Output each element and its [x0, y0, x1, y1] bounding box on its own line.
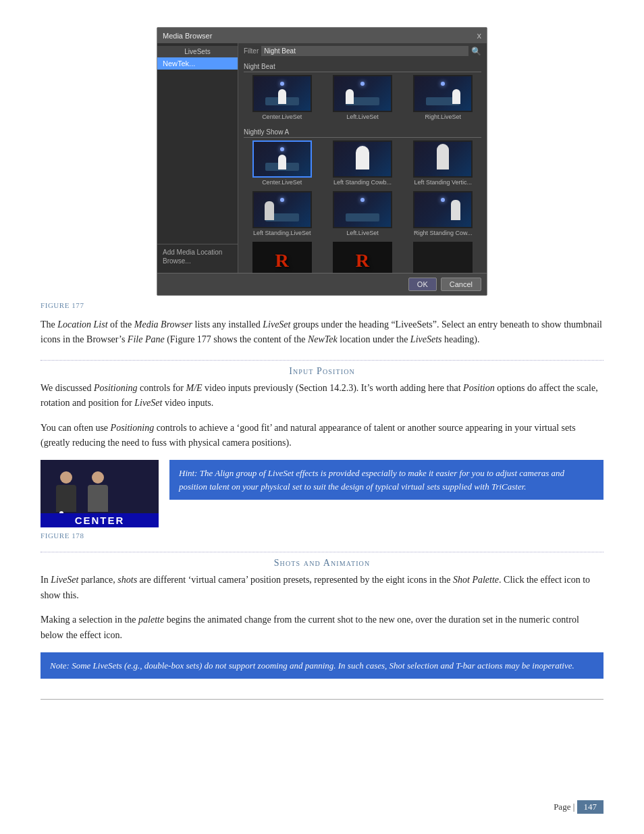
head — [92, 471, 104, 484]
filter-label: Filter — [244, 47, 259, 55]
sidebar-bottom: Add Media Location Browse... — [157, 244, 238, 270]
close-icon[interactable]: x — [477, 30, 482, 41]
hint-box: Hint: The Align group of LiveSet effects… — [169, 460, 603, 500]
nightly-show-grid-1: Center.LiveSet Left Standing Cowb... Lef… — [244, 140, 481, 186]
dialog-titlebar: Media Browser x — [157, 28, 487, 43]
search-icon[interactable]: 🔍 — [471, 47, 481, 56]
cancel-button[interactable]: Cancel — [441, 278, 481, 291]
list-item[interactable]: Left.LiveSet — [324, 191, 400, 236]
browse-button[interactable]: Browse... — [163, 257, 232, 265]
center-label: CENTER — [41, 513, 159, 527]
dialog-footer: OK Cancel — [157, 273, 487, 295]
night-beat-grid: Center.LiveSet Left.LiveSet Right.LiveSe… — [244, 75, 481, 120]
figure-177-caption: Figure 177 — [41, 301, 603, 309]
hint-text: Hint: The Align group of LiveSet effects… — [179, 468, 564, 492]
body — [56, 485, 76, 512]
sidebar-header: LiveSets — [157, 46, 238, 57]
list-item[interactable]: Right.LiveSet — [405, 75, 481, 120]
nightly-show-grid-2: Left Standing.LiveSet Left.LiveSet Right… — [244, 191, 481, 236]
sidebar-item-newtek[interactable]: NewTek... — [157, 57, 238, 70]
page-footer: Page | 147 — [554, 800, 603, 814]
main-content: Filter 🔍 Night Beat Center.LiveSet Left.… — [238, 43, 487, 273]
filter-input[interactable] — [261, 46, 468, 56]
body-paragraph-1: The Location List of the Media Browser l… — [41, 317, 603, 348]
media-browser-dialog: Media Browser x LiveSets NewTek... Add M… — [157, 27, 487, 296]
body — [88, 485, 108, 512]
dialog-title: Media Browser — [163, 32, 212, 40]
section-night-beat: Night Beat — [244, 60, 481, 72]
figure-178-image: CENTER — [41, 460, 159, 527]
body-paragraph-2: We discussed Positioning controls for M/… — [41, 381, 603, 411]
person-right — [84, 471, 111, 515]
sidebar: LiveSets NewTek... Add Media Location Br… — [157, 43, 238, 273]
figure-178-container: CENTER Hint: The Align group of LiveSet … — [41, 460, 603, 527]
list-item[interactable]: Center.LiveSet — [244, 140, 320, 186]
dialog-body: LiveSets NewTek... Add Media Location Br… — [157, 43, 487, 273]
person-left — [53, 471, 80, 515]
list-item[interactable]: Right Standing Cow... — [405, 191, 481, 236]
body-paragraph-3: You can often use Positioning controls t… — [41, 421, 603, 451]
list-item[interactable]: dark thumb — [405, 242, 481, 273]
section-nightly-show: Nightly Show A — [244, 126, 481, 138]
list-item[interactable]: R R icon 1 — [244, 242, 320, 273]
list-item[interactable]: Left Standing Vertic... — [405, 140, 481, 186]
figure-178-caption: Figure 178 — [41, 531, 603, 540]
section-heading-input-position: Input Position — [41, 360, 603, 377]
list-item[interactable]: R R icon 2 — [324, 242, 400, 273]
list-item[interactable]: Left.LiveSet — [324, 75, 400, 120]
list-item[interactable]: Center.LiveSet — [244, 75, 320, 120]
filter-bar: Filter 🔍 — [244, 46, 481, 56]
list-item[interactable]: Left Standing.LiveSet — [244, 191, 320, 236]
page-label: Page | — [554, 802, 576, 812]
r-icon-grid: R R icon 1 R R icon 2 dark thumb — [244, 242, 481, 273]
note-text: Note: Some LiveSets (e.g., double-box se… — [50, 660, 574, 671]
note-box: Note: Some LiveSets (e.g., double-box se… — [41, 652, 603, 679]
page-number: 147 — [577, 800, 604, 814]
head — [60, 471, 72, 484]
list-item[interactable]: Left Standing Cowb... — [324, 140, 400, 186]
body-paragraph-5: Making a selection in the palette begins… — [41, 613, 603, 643]
footer-divider — [41, 699, 603, 705]
body-paragraph-4: In LiveSet parlance, shots are different… — [41, 573, 603, 603]
add-media-location-button[interactable]: Add Media Location — [163, 249, 232, 256]
section-heading-shots-animation: Shots and Animation — [41, 552, 603, 569]
ok-button[interactable]: OK — [408, 278, 437, 291]
